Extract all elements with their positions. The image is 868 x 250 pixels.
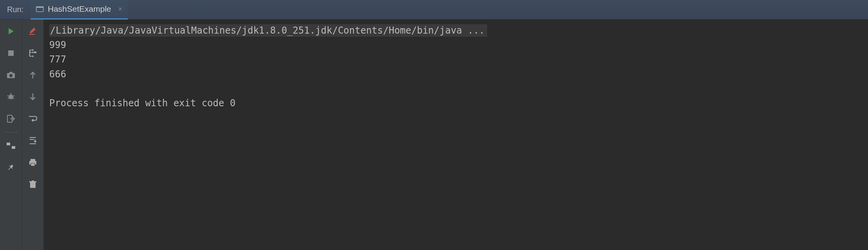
run-label: Run: [0, 5, 30, 14]
svg-rect-1 [36, 7, 43, 8]
exit-message: Process finished with exit code 0 [49, 96, 868, 111]
arrow-down-icon[interactable] [27, 91, 39, 103]
wrap-icon[interactable] [27, 112, 39, 125]
step-tree-icon[interactable] [27, 47, 39, 59]
svg-rect-4 [9, 72, 13, 73]
stop-icon[interactable] [5, 47, 17, 59]
svg-rect-25 [31, 163, 35, 166]
left-gutter [0, 20, 22, 250]
svg-point-17 [32, 52, 34, 53]
camera-icon[interactable] [5, 69, 17, 81]
svg-line-8 [7, 96, 9, 96]
svg-point-16 [32, 49, 34, 51]
right-gutter [22, 20, 44, 250]
svg-rect-23 [30, 159, 35, 161]
svg-rect-13 [7, 143, 10, 145]
trash-icon[interactable] [27, 178, 39, 191]
console-output[interactable]: /Library/Java/JavaVirtualMachines/jdk1.8… [44, 20, 868, 250]
debug-icon[interactable] [5, 91, 17, 103]
scroll-end-icon[interactable] [27, 134, 39, 147]
close-icon[interactable]: × [118, 5, 123, 13]
svg-line-10 [8, 98, 9, 99]
print-icon[interactable] [27, 156, 39, 169]
run-panel-header: Run: HashSetExample × [0, 0, 868, 20]
edit-pen-icon[interactable] [27, 25, 39, 38]
svg-rect-2 [8, 50, 14, 56]
svg-line-9 [13, 96, 14, 96]
output-line: 777 [49, 52, 868, 67]
run-icon[interactable] [5, 25, 17, 38]
run-config-icon [36, 5, 44, 13]
tab-title: HashSetExample [48, 4, 111, 14]
output-line: 666 [49, 67, 868, 82]
exit-icon[interactable] [5, 112, 17, 125]
svg-line-11 [13, 98, 14, 99]
svg-rect-28 [32, 180, 34, 182]
divider [4, 132, 18, 132]
layout-icon[interactable] [5, 139, 17, 152]
blank-line [49, 82, 868, 96]
svg-rect-15 [29, 34, 35, 35]
arrow-up-icon[interactable] [27, 69, 39, 81]
svg-point-6 [9, 95, 13, 99]
svg-rect-19 [34, 52, 36, 53]
svg-rect-14 [12, 146, 15, 149]
svg-point-5 [9, 74, 13, 77]
command-line: /Library/Java/JavaVirtualMachines/jdk1.8… [49, 24, 487, 37]
pin-icon[interactable] [5, 161, 17, 174]
svg-rect-26 [30, 182, 36, 188]
svg-point-18 [32, 55, 34, 57]
output-line: 999 [49, 38, 868, 52]
run-tab[interactable]: HashSetExample × [30, 0, 128, 20]
